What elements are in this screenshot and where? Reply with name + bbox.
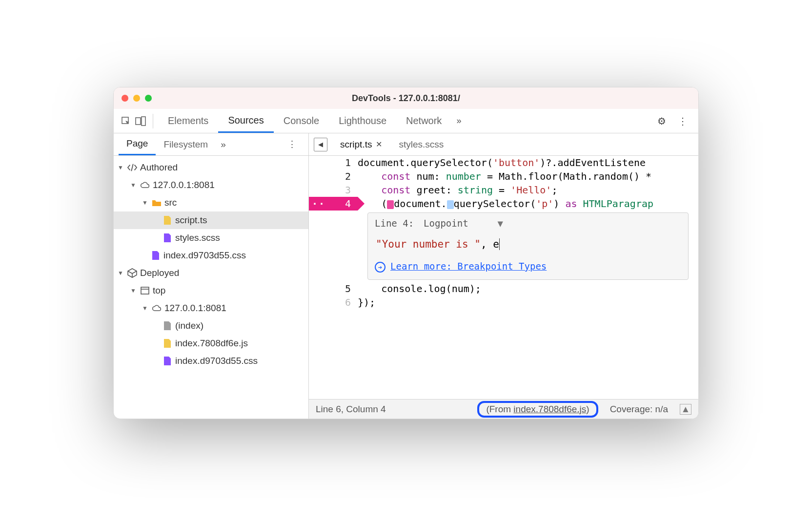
tree-group-authored[interactable]: ▼ Authored — [114, 159, 308, 176]
editor-area: ◀ script.ts ✕ styles.scss 1 document.que… — [309, 133, 698, 419]
marker-icon — [387, 200, 394, 209]
main-tabs: Elements Sources Console Lighthouse Netw… — [114, 109, 698, 133]
logpoint-line-label: Line 4: — [375, 218, 414, 229]
cursor-position: Line 6, Column 4 — [316, 404, 386, 415]
nav-back-icon[interactable]: ◀ — [314, 138, 327, 151]
code-line: document.querySelector('button')?.addEve… — [358, 156, 698, 169]
tree-label: script.ts — [175, 215, 207, 226]
gutter-logpoint[interactable]: 4 — [309, 197, 358, 211]
tab-network[interactable]: Network — [396, 109, 451, 133]
tree-label: (index) — [175, 320, 203, 331]
gutter[interactable]: 1 — [309, 156, 358, 169]
navigator-tabs: Page Filesystem » ⋮ — [114, 133, 308, 156]
file-css-icon — [162, 356, 172, 366]
navigator-more-icon[interactable]: » — [216, 139, 231, 150]
svg-rect-3 — [141, 287, 149, 294]
close-icon[interactable]: ✕ — [376, 140, 382, 149]
gutter[interactable]: 2 — [309, 169, 358, 183]
code-line: console.log(num); — [358, 282, 698, 295]
file-css-icon — [162, 233, 172, 243]
navigator-menu-icon[interactable]: ⋮ — [281, 139, 304, 150]
tree-group-deployed[interactable]: ▼ Deployed — [114, 264, 308, 282]
inspect-icon[interactable] — [119, 116, 133, 126]
tab-lighthouse[interactable]: Lighthouse — [329, 109, 396, 133]
file-icon — [162, 321, 172, 331]
tab-sources[interactable]: Sources — [218, 109, 273, 133]
logpoint-expression-input[interactable]: "Your number is ", e​ — [375, 235, 681, 253]
titlebar: DevTools - 127.0.0.1:8081/ — [114, 87, 698, 109]
tree-file-js[interactable]: index.7808df6e.js — [114, 335, 308, 352]
code-line: (document.querySelector('p') as HTMLPara… — [358, 197, 698, 211]
tree-file-script[interactable]: script.ts — [114, 211, 308, 229]
frame-icon — [140, 286, 150, 295]
devtools-window: DevTools - 127.0.0.1:8081/ Elements Sour… — [113, 87, 699, 419]
gutter[interactable]: 3 — [309, 183, 358, 197]
file-js-icon — [162, 338, 172, 348]
tree-label: 127.0.0.1:8081 — [164, 303, 226, 314]
tree-label: styles.scss — [175, 232, 220, 243]
tree-frame-top[interactable]: ▼ top — [114, 282, 308, 299]
file-js-icon — [162, 215, 172, 225]
tree-host[interactable]: ▼ 127.0.0.1:8081 — [114, 299, 308, 317]
minimize-window-button[interactable] — [133, 95, 140, 102]
navigator-tab-page[interactable]: Page — [119, 133, 156, 155]
source-mapped-from: (From index.7808df6e.js) — [477, 401, 598, 418]
more-tabs-icon[interactable]: » — [451, 116, 466, 126]
code-line: const num: number = Math.floor(Math.rand… — [358, 169, 698, 183]
coverage-status: Coverage: n/a — [610, 404, 668, 415]
tree-label: 127.0.0.1:8081 — [153, 180, 215, 190]
folder-icon — [152, 198, 162, 208]
device-icon[interactable] — [133, 116, 148, 126]
tree-file-indexcss[interactable]: index.d9703d55.css — [114, 247, 308, 264]
learn-more-link[interactable]: Learn more: Breakpoint Types — [390, 261, 547, 272]
close-window-button[interactable] — [122, 95, 128, 102]
svg-rect-2 — [142, 117, 145, 126]
chevron-down-icon[interactable]: ▼ — [498, 218, 503, 229]
editor-tab-label: script.ts — [340, 139, 372, 150]
tree-label: index.7808df6e.js — [175, 338, 248, 349]
gutter[interactable]: 5 — [309, 282, 358, 295]
tree-label: index.d9703d55.css — [163, 250, 246, 261]
svg-rect-1 — [136, 118, 141, 125]
editor-tab-styles[interactable]: styles.scss — [395, 139, 447, 150]
package-icon — [127, 268, 137, 278]
window-title: DevTools - 127.0.0.1:8081/ — [114, 93, 698, 104]
settings-icon[interactable]: ⚙ — [651, 115, 672, 127]
cloud-icon — [140, 180, 150, 190]
tab-elements[interactable]: Elements — [158, 109, 218, 133]
breakpoint-type-select[interactable]: Logpoint — [424, 218, 468, 229]
navigator-tab-filesystem[interactable]: Filesystem — [156, 133, 216, 155]
sources-navigator: Page Filesystem » ⋮ ▼ Authored ▼ — [114, 133, 309, 419]
tree-label: Authored — [140, 162, 178, 173]
cloud-icon — [152, 303, 162, 313]
tree-file-css2[interactable]: index.d9703d55.css — [114, 352, 308, 370]
tree-label: index.d9703d55.css — [175, 356, 258, 366]
tree-label: src — [164, 197, 177, 208]
tree-host[interactable]: ▼ 127.0.0.1:8081 — [114, 176, 308, 194]
divider — [153, 114, 153, 128]
tree-label: top — [153, 285, 165, 296]
code-icon — [127, 163, 137, 172]
file-css-icon — [151, 251, 161, 260]
info-icon: ➔ — [375, 262, 386, 273]
tree-folder-src[interactable]: ▼ src — [114, 194, 308, 211]
gutter[interactable]: 6 — [309, 295, 358, 309]
more-menu-icon[interactable]: ⋮ — [672, 115, 693, 127]
editor-tabs: ◀ script.ts ✕ styles.scss — [309, 133, 698, 156]
marker-icon — [447, 200, 454, 209]
logpoint-panel: Line 4: Logpoint ▼ "Your number is ", e​… — [367, 212, 689, 280]
editor-tab-script[interactable]: script.ts ✕ — [336, 139, 386, 150]
tree-file-index[interactable]: (index) — [114, 317, 308, 335]
tree-label: Deployed — [140, 268, 179, 278]
editor-tab-label: styles.scss — [399, 139, 444, 150]
show-drawer-icon[interactable]: ▲ — [680, 404, 691, 415]
zoom-window-button[interactable] — [145, 95, 152, 102]
code-editor[interactable]: 1 document.querySelector('button')?.addE… — [309, 156, 698, 399]
tab-console[interactable]: Console — [274, 109, 329, 133]
tree-file-styles[interactable]: styles.scss — [114, 229, 308, 247]
source-map-link[interactable]: index.7808df6e.js — [513, 404, 586, 414]
editor-statusbar: Line 6, Column 4 (From index.7808df6e.js… — [309, 399, 698, 419]
code-line: const greet: string = 'Hello'; — [358, 183, 698, 197]
window-controls — [122, 95, 152, 102]
code-line: }); — [358, 295, 698, 309]
